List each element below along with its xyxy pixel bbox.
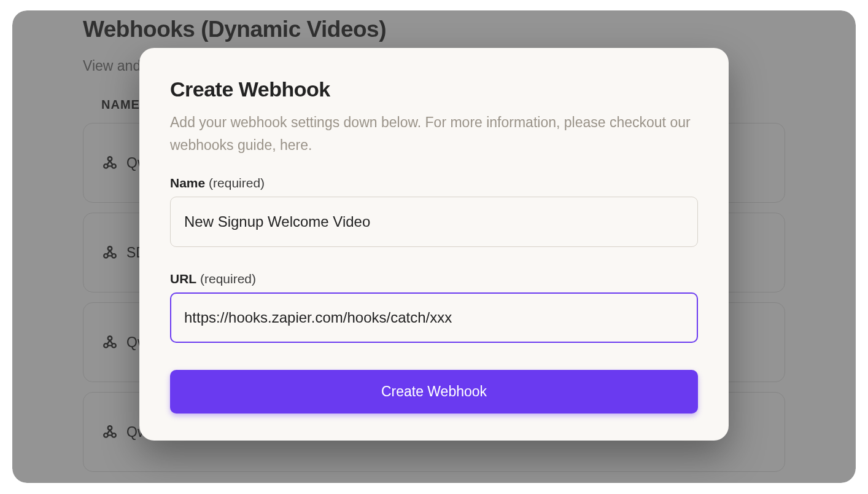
name-field-group: Name (required) [170, 176, 698, 247]
name-input[interactable] [170, 197, 698, 247]
create-webhook-button[interactable]: Create Webhook [170, 370, 698, 414]
name-label-text: Name [170, 176, 205, 190]
modal-subtitle: Add your webhook settings down below. Fo… [170, 111, 698, 157]
modal-overlay[interactable]: Create Webhook Add your webhook settings… [12, 10, 856, 483]
url-label-text: URL [170, 272, 196, 286]
url-field-group: URL (required) [170, 272, 698, 343]
url-input[interactable] [170, 292, 698, 343]
url-required-text: (required) [196, 272, 256, 286]
modal-title: Create Webhook [170, 77, 698, 101]
url-label: URL (required) [170, 272, 256, 286]
name-label: Name (required) [170, 176, 265, 190]
name-required-text: (required) [205, 176, 265, 190]
create-webhook-modal: Create Webhook Add your webhook settings… [139, 48, 729, 441]
